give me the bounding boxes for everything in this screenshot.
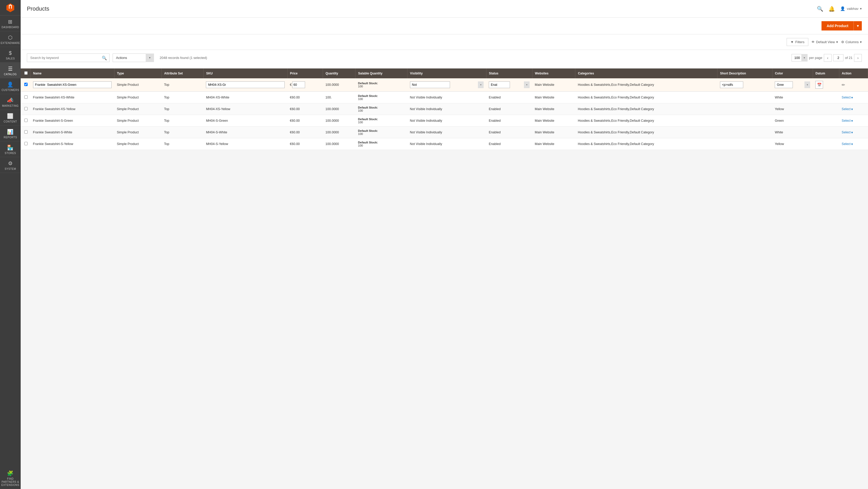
row-name-cell: Frankie Sweatshirt-S-Yellow (30, 138, 115, 150)
search-submit-button[interactable]: 🔍 (102, 55, 107, 60)
select-dropdown-icon: ▾ (851, 119, 853, 123)
per-page-select[interactable]: 20 30 50 100 200 (792, 54, 808, 62)
select-dropdown-icon: ▾ (851, 130, 853, 134)
row-quantity-cell: 100.0000 (323, 78, 355, 91)
row-attribute-set-cell: Top (161, 127, 203, 138)
row-checkbox[interactable] (24, 83, 28, 86)
actions-select[interactable]: Actions (113, 54, 154, 62)
search-input[interactable] (27, 54, 110, 62)
price-input[interactable] (292, 82, 305, 88)
row-sku-cell: MH04-S-Green (203, 115, 287, 127)
row-select-link[interactable]: Select ▾ (842, 130, 865, 134)
color-select[interactable]: Gree Green White Yellow (775, 82, 793, 88)
status-dropdown-icon: ▾ (524, 82, 530, 88)
row-status-cell: Enabled (486, 138, 532, 150)
marketing-icon: 📣 (7, 97, 14, 103)
per-page-label: per page (809, 56, 822, 60)
row-select-link[interactable]: Select ▾ (842, 96, 865, 99)
sidebar-item-stores[interactable]: 🏪 Stores (0, 142, 21, 150)
salable-qty: Default Stock: 100 (358, 106, 405, 112)
sidebar-item-dashboard[interactable]: ⊞ Dashboard (0, 16, 21, 31)
sidebar-item-sales[interactable]: $ Sales (0, 47, 21, 63)
th-visibility: Visibility (407, 68, 486, 78)
row-action-cell: Select ▾ (839, 127, 868, 138)
status-select[interactable]: Enat Enabled Disabled (489, 82, 510, 88)
per-page-select-wrap: 20 30 50 100 200 ▾ (792, 54, 808, 62)
row-datum-cell (813, 115, 839, 127)
datum-calendar-button[interactable]: 📅 (815, 81, 823, 89)
search-actions-bar: 🔍 Actions ▾ 2048 records found (1 select… (21, 50, 868, 68)
row-categories-cell: Hoodies & Sweatshirts,Eco Friendly,Defau… (575, 115, 717, 127)
row-quantity-cell: 100.0000 (323, 115, 355, 127)
visibility-select[interactable]: Not Not Visible Individually Catalog Sea… (410, 82, 450, 88)
row-checkbox[interactable] (24, 119, 28, 122)
columns-button[interactable]: ⚙ Columns ▾ (841, 40, 862, 44)
row-checkbox[interactable] (24, 142, 28, 145)
page-number-input[interactable] (833, 54, 843, 61)
row-sku-cell: MH04-XS-Yellow (203, 103, 287, 115)
next-page-button[interactable]: › (854, 54, 862, 62)
row-websites-cell: Main Website (532, 92, 575, 103)
th-sku: SKU (203, 68, 287, 78)
sidebar: ⊞ Dashboard ⬡ Extendware $ Sales ☰ Catal… (0, 0, 21, 150)
sidebar-item-marketing[interactable]: 📣 Marketing (0, 94, 21, 110)
row-name-cell: Frankie Sweatshirt-XS-White (30, 92, 115, 103)
row-type-cell: Simple Product (114, 138, 161, 150)
select-all-checkbox[interactable] (24, 71, 28, 75)
sidebar-item-reports[interactable]: 📊 Reports (0, 126, 21, 142)
sidebar-item-customers[interactable]: 👤 Customers (0, 78, 21, 94)
select-label: Select (842, 142, 851, 146)
table-row: Simple Product Top € 100.0000 (21, 78, 868, 91)
stores-icon: 🏪 (7, 145, 14, 150)
products-table-wrap: Name Type Attribute Set SKU Price Quanti… (21, 68, 868, 150)
row-attribute-set-cell: Top (161, 103, 203, 115)
select-dropdown-icon: ▾ (851, 107, 853, 111)
row-color-cell: White (772, 127, 813, 138)
add-product-arrow-icon[interactable]: ▾ (854, 21, 862, 30)
row-edit-button[interactable]: ✏ (842, 83, 845, 87)
name-input[interactable] (33, 82, 112, 88)
per-page-wrap: 20 30 50 100 200 ▾ per page (792, 54, 822, 62)
sidebar-item-catalog[interactable]: ☰ Catalog (0, 63, 21, 78)
sidebar-item-extendware[interactable]: ⬡ Extendware (0, 31, 21, 47)
row-categories-cell: Hoodies & Sweatshirts,Eco Friendly,Defau… (575, 138, 717, 150)
th-quantity: Quantity (323, 68, 355, 78)
table-row: Frankie Sweatshirt-S-Green Simple Produc… (21, 115, 868, 127)
row-quantity-cell: 100.0000 (323, 103, 355, 115)
row-status-cell: Enabled (486, 92, 532, 103)
table-row: Frankie Sweatshirt-S-Yellow Simple Produ… (21, 138, 868, 150)
search-icon[interactable]: 🔍 (817, 6, 823, 12)
row-datum-cell (813, 127, 839, 138)
row-visibility-cell: Not Not Visible Individually Catalog Sea… (407, 78, 486, 91)
row-color-cell: Gree Green White Yellow ▾ (772, 78, 813, 91)
row-name-cell: Frankie Sweatshirt-XS-Yellow (30, 103, 115, 115)
popup-row-cell: Cancel Save (21, 91, 868, 92)
user-menu[interactable]: 👤 vaibhav ▾ (840, 6, 862, 11)
row-action-cell: Select ▾ (839, 115, 868, 127)
sidebar-item-content[interactable]: ⬜ Content (0, 110, 21, 126)
row-checkbox-cell (21, 127, 30, 138)
row-select-link[interactable]: Select ▾ (842, 142, 865, 146)
actions-select-wrap: Actions ▾ (113, 54, 154, 62)
th-status: Status (486, 68, 532, 78)
prev-page-button[interactable]: ‹ (824, 54, 832, 62)
sku-input[interactable] (206, 82, 285, 88)
salable-qty: Default Stock: 100 (358, 94, 405, 100)
row-type-cell: Simple Product (114, 127, 161, 138)
filters-label: Filters (796, 40, 804, 44)
filters-button[interactable]: ▼ Filters (786, 38, 808, 46)
row-select-link[interactable]: Select ▾ (842, 107, 865, 111)
default-view-button[interactable]: 👁 Default View ▾ (811, 40, 838, 44)
row-checkbox[interactable] (24, 130, 28, 133)
row-select-link[interactable]: Select ▾ (842, 119, 865, 123)
row-checkbox[interactable] (24, 107, 28, 110)
row-websites-cell: Main Website (532, 103, 575, 115)
table-row: Frankie Sweatshirt-XS-Yellow Simple Prod… (21, 103, 868, 115)
color-select-wrap: Gree Green White Yellow ▾ (775, 82, 810, 88)
row-checkbox[interactable] (24, 95, 28, 99)
short-desc-input[interactable] (720, 82, 743, 88)
add-product-button[interactable]: Add Product ▾ (822, 21, 862, 30)
price-cell: € (290, 82, 320, 88)
bell-icon[interactable]: 🔔 (829, 6, 835, 12)
row-short-desc-cell (717, 138, 772, 150)
